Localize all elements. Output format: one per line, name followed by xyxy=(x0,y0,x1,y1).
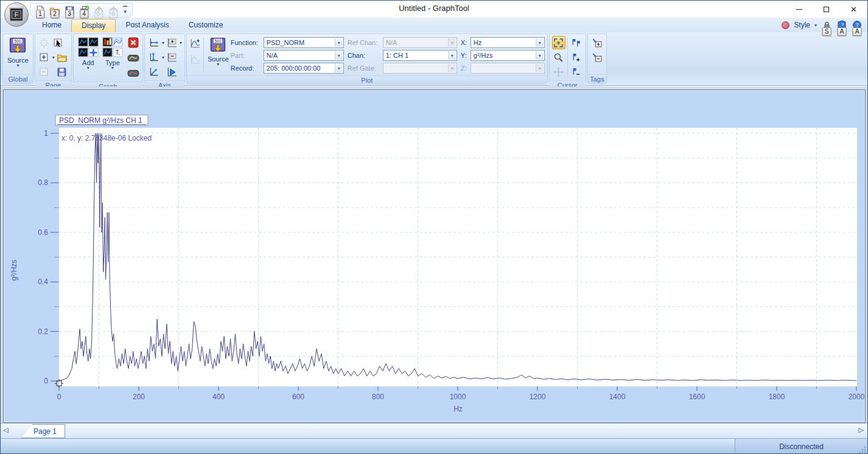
plot-source-button[interactable]: 500 Source ▾ xyxy=(206,36,231,68)
axis-remove-button[interactable] xyxy=(165,51,178,64)
page-add-button[interactable] xyxy=(38,51,51,64)
remove-curve-icon xyxy=(190,54,201,65)
application-menu-button[interactable]: F xyxy=(4,2,29,27)
tab-display[interactable]: Display xyxy=(71,19,116,32)
axis-add-button[interactable] xyxy=(165,36,178,49)
add-curve-icon xyxy=(190,38,201,49)
cursor-zoom-button[interactable] xyxy=(552,51,565,64)
ribbon-group-graph: Add ▾ T. Type ▾ xyxy=(73,33,143,84)
svg-text:0.6: 0.6 xyxy=(38,228,48,237)
manual-button[interactable]: ? A xyxy=(836,19,847,30)
lock-button[interactable]: S xyxy=(821,19,832,30)
page-nav-right-icon[interactable]: ▷ xyxy=(859,426,864,434)
combo-dropdown-arrow[interactable]: ▾ xyxy=(536,38,544,47)
page-tab-label: Page 1 xyxy=(33,427,57,436)
combo-dropdown-arrow[interactable]: ▾ xyxy=(536,51,544,60)
tab-post-analysis[interactable]: Post Analysis xyxy=(116,19,178,32)
graph-page[interactable]: 00.20.40.60.8102004006008001000120014001… xyxy=(3,89,866,423)
x-unit-combo[interactable]: Hz▾ xyxy=(471,37,545,48)
graph-type-icon: T. xyxy=(102,37,123,58)
svg-text:500: 500 xyxy=(15,39,22,43)
new-document-button[interactable]: 1 xyxy=(34,4,46,16)
keytip-2: 2 xyxy=(51,10,59,18)
part-label: Part: xyxy=(231,52,264,59)
style-dropdown-arrow[interactable]: ▾ xyxy=(814,23,817,28)
tag-remove-button[interactable] xyxy=(590,51,604,64)
cursor-remove-button[interactable] xyxy=(570,65,583,79)
z-unit-label: Z: xyxy=(461,65,471,72)
y-unit-label: Y: xyxy=(461,52,471,59)
page-save-button[interactable] xyxy=(55,65,69,79)
page-open-button[interactable] xyxy=(55,51,69,64)
svg-text:2000: 2000 xyxy=(849,393,865,401)
axis-xy-button[interactable] xyxy=(147,65,161,79)
graph-type-button[interactable]: T. Type ▾ xyxy=(100,36,125,71)
axis-add-dropdown-arrow[interactable]: ▾ xyxy=(180,40,182,46)
plot-add-curve-button[interactable] xyxy=(189,38,201,49)
crosshair-icon xyxy=(553,38,564,48)
chan-combo[interactable]: 1: CH 1▾ xyxy=(383,50,457,61)
plot-remove-curve-button xyxy=(189,54,201,65)
svg-text:500: 500 xyxy=(215,39,222,43)
axis-play-icon xyxy=(166,66,177,77)
part-combo[interactable]: N/A▾ xyxy=(264,50,344,61)
global-source-button[interactable]: 500 Source ▾ xyxy=(5,36,30,69)
status-bar: Disconnected xyxy=(1,438,867,454)
help-button[interactable]: ? A xyxy=(852,19,863,30)
ribbon-tab-row: Home Display Post Analysis Customize Sty… xyxy=(1,18,867,32)
cursor-link-button[interactable] xyxy=(570,36,583,49)
graph-overlay-red-button[interactable] xyxy=(127,66,140,80)
y-unit-combo[interactable]: g²/Hzs▾ xyxy=(471,50,545,61)
minimize-button[interactable] xyxy=(785,1,813,18)
keytip-1: 1 xyxy=(36,10,44,18)
svg-text:1000: 1000 xyxy=(450,393,466,401)
keytip-book: A xyxy=(838,27,847,36)
record-combo[interactable]: 205: 000:00:00:00▾ xyxy=(264,63,344,74)
keytip-6: 6 xyxy=(109,10,117,18)
xy-axis-icon xyxy=(149,66,159,77)
svg-text:400: 400 xyxy=(212,393,225,401)
page-tab-active[interactable]: Page 1 xyxy=(14,424,65,438)
graph-add-button[interactable]: Add ▾ xyxy=(76,36,100,71)
psd-plot[interactable]: 00.20.40.60.8102004006008001000120014001… xyxy=(4,91,865,422)
axis-y-button[interactable] xyxy=(147,51,161,64)
page-remove-button xyxy=(38,65,51,79)
style-button[interactable]: Style xyxy=(794,21,810,29)
svg-text:0.2: 0.2 xyxy=(38,327,48,336)
maximize-button[interactable] xyxy=(813,1,840,18)
cursor-add-button[interactable] xyxy=(570,51,583,64)
app-window: Untitled - GraphTool ✕ F 1 2 3 4 5 xyxy=(0,0,868,454)
open-button[interactable]: 2 xyxy=(49,4,61,16)
cursor-crosshair-button[interactable] xyxy=(552,36,565,49)
curve-pill-red-icon xyxy=(127,69,139,78)
svg-text:0: 0 xyxy=(57,393,61,401)
graph-delete-button[interactable] xyxy=(127,36,140,49)
resize-grip[interactable] xyxy=(859,446,866,453)
combo-dropdown-arrow[interactable]: ▾ xyxy=(335,64,343,72)
z-unit-combo: ▾ xyxy=(471,63,545,74)
plot-source-dropdown-arrow: ▾ xyxy=(217,63,219,66)
page-add-dropdown-arrow[interactable]: ▾ xyxy=(52,55,55,60)
svg-text:0.4: 0.4 xyxy=(38,278,48,286)
save-button[interactable]: 3 xyxy=(63,4,75,16)
tab-home[interactable]: Home xyxy=(32,19,71,32)
ribbon: 500 Source ▾ Global xyxy=(1,32,867,86)
print-button[interactable]: 4 xyxy=(78,4,90,16)
graph-overlay-yellow-button[interactable] xyxy=(127,51,140,65)
axis-autoscale-button[interactable] xyxy=(165,65,178,79)
combo-dropdown-arrow[interactable]: ▾ xyxy=(448,51,456,60)
axis-x-button[interactable] xyxy=(147,36,161,49)
connection-status-text: Disconnected xyxy=(779,442,824,451)
page-select-button[interactable] xyxy=(52,36,65,49)
axis-x-dropdown-arrow[interactable]: ▾ xyxy=(162,40,164,46)
close-button[interactable]: ✕ xyxy=(840,1,867,18)
tag-add-button[interactable] xyxy=(590,36,604,49)
axis-y-dropdown-arrow[interactable]: ▾ xyxy=(162,55,164,60)
function-combo[interactable]: PSD_NORM▾ xyxy=(264,37,344,48)
page-nav-left-icon[interactable]: ◁ xyxy=(3,426,8,434)
ref-gate-label: Ref Gate: xyxy=(348,65,383,72)
customize-qat-button[interactable]: ▔▾ xyxy=(122,8,127,13)
tab-customize[interactable]: Customize xyxy=(179,19,233,32)
combo-dropdown-arrow[interactable]: ▾ xyxy=(335,38,343,47)
combo-dropdown-arrow[interactable]: ▾ xyxy=(335,51,343,60)
